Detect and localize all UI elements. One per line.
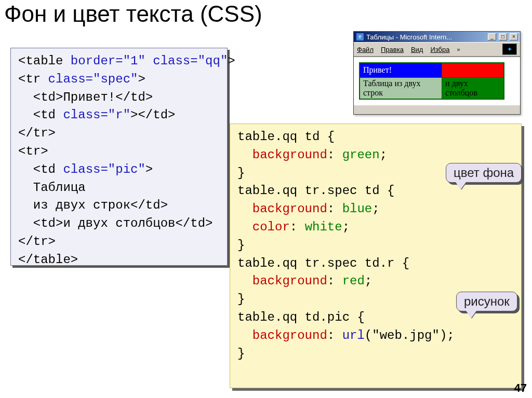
- code: <td: [18, 162, 63, 176]
- window-title: Таблицы - Microsoft Intern...: [366, 33, 485, 41]
- code: >: [228, 54, 235, 68]
- table-row: Таблица из двух строк и двух столбцов: [360, 77, 504, 99]
- code: }: [237, 238, 245, 252]
- html-code-block: <table border="1" class="qq"> <tr class=…: [10, 48, 228, 266]
- menu-view[interactable]: Вид: [411, 46, 423, 53]
- slide-title: Фон и цвет текста (CSS): [0, 0, 532, 28]
- code: :: [327, 328, 342, 342]
- code: table.qq td.pic {: [237, 310, 365, 324]
- code: white: [305, 220, 342, 234]
- code: background: [237, 202, 327, 216]
- code: blue: [342, 202, 373, 216]
- code: <td>и двух столбцов</td>: [18, 216, 212, 230]
- code: ;: [365, 274, 372, 288]
- browser-window: e Таблицы - Microsoft Intern... _ □ × Фа…: [353, 31, 521, 115]
- code: </tr>: [18, 235, 56, 249]
- ie-icon: e: [356, 33, 364, 41]
- cell-pic: Таблица из двух строк: [360, 77, 442, 99]
- menu-edit[interactable]: Правка: [381, 46, 404, 53]
- code: }: [237, 166, 245, 180]
- code: :: [290, 220, 305, 234]
- code: </table>: [18, 253, 78, 267]
- page-number: 47: [514, 381, 527, 395]
- code: <table: [18, 54, 71, 68]
- code: <tr: [18, 72, 48, 86]
- callout-image: рисунок: [456, 292, 517, 311]
- menubar: Файл Правка Вид Избра » ✦: [354, 42, 520, 57]
- code: :: [327, 202, 342, 216]
- code: class="r": [63, 108, 130, 122]
- code: red: [342, 274, 365, 288]
- code: }: [237, 347, 245, 361]
- code: >: [138, 72, 145, 86]
- callout-background-color: цвет фона: [446, 163, 522, 183]
- code: <td>Привет!</td>: [18, 90, 153, 104]
- code: }: [237, 292, 245, 306]
- minimize-button[interactable]: _: [488, 33, 496, 40]
- maximize-button[interactable]: □: [499, 33, 507, 40]
- close-button[interactable]: ×: [510, 33, 518, 40]
- code: class="spec": [48, 72, 138, 86]
- code: :: [327, 274, 342, 288]
- code: class="qq": [145, 54, 228, 68]
- table-row: Привет!: [360, 63, 504, 77]
- code: class="pic": [63, 162, 145, 176]
- code: color: [237, 220, 290, 234]
- menu-file[interactable]: Файл: [357, 46, 374, 53]
- code: из двух строк</td>: [18, 198, 168, 212]
- code: table.qq tr.spec td {: [237, 184, 394, 198]
- code: background: [237, 328, 327, 342]
- code: url: [342, 328, 365, 342]
- cell-green: и двух столбцов: [442, 77, 504, 99]
- code: ;: [342, 220, 350, 234]
- code: :: [327, 148, 342, 162]
- chevron-icon[interactable]: »: [457, 46, 460, 52]
- code: <tr>: [18, 144, 48, 158]
- code: background: [237, 274, 327, 288]
- demo-table: Привет! Таблица из двух строк и двух сто…: [359, 62, 504, 100]
- code: ></td>: [130, 108, 175, 122]
- code: table.qq tr.spec td.r {: [237, 256, 409, 270]
- statusbar: [354, 105, 520, 114]
- ie-throbber-icon: ✦: [502, 44, 517, 55]
- browser-viewport: Привет! Таблица из двух строк и двух сто…: [354, 57, 520, 105]
- menu-favorites[interactable]: Избра: [430, 46, 449, 53]
- code: >: [145, 162, 153, 176]
- code: background: [237, 148, 327, 162]
- code: <td: [18, 108, 63, 122]
- code: </tr>: [18, 126, 56, 140]
- code: green: [342, 148, 380, 162]
- code: table.qq td {: [237, 130, 335, 144]
- cell-hello: Привет!: [360, 63, 442, 77]
- code: ;: [372, 202, 379, 216]
- cell-red: [442, 63, 504, 77]
- code: ;: [380, 148, 387, 162]
- code: ("web.jpg");: [365, 328, 455, 342]
- code: border="1": [71, 54, 145, 68]
- titlebar[interactable]: e Таблицы - Microsoft Intern... _ □ ×: [354, 32, 520, 42]
- code: Таблица: [18, 181, 86, 195]
